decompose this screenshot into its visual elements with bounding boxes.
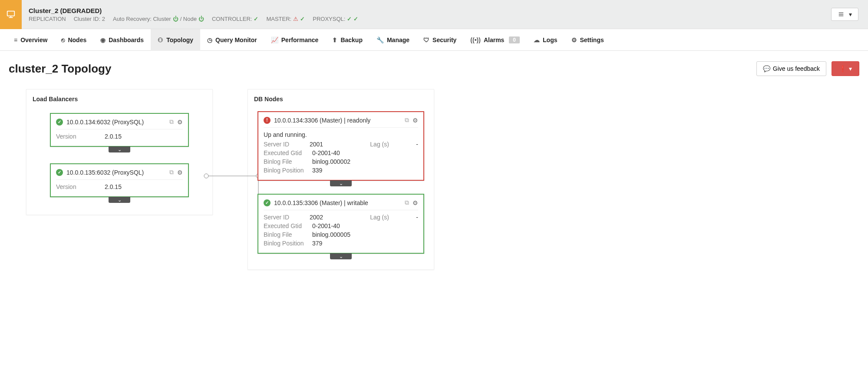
tab-dashboards[interactable]: ◉Dashboards	[93, 29, 151, 51]
expand-toggle[interactable]: ⌄	[109, 146, 130, 152]
load-balancers-panel: Load Balancers ✓ 10.0.0.134:6032 (ProxyS…	[26, 89, 213, 215]
node-head: ✓ 10.0.0.134:6032 (ProxySQL) ⧉ ⚙	[56, 118, 183, 129]
alert-dropdown-button[interactable]: ❗▾	[832, 61, 859, 76]
expand-toggle[interactable]: ⌄	[330, 180, 352, 186]
tab-topology[interactable]: ⚇Topology	[151, 29, 200, 51]
caret-down-icon: ▾	[849, 11, 852, 18]
tab-performance[interactable]: 📈Performance	[264, 29, 326, 51]
topology-canvas: Load Balancers ✓ 10.0.0.134:6032 (ProxyS…	[9, 89, 859, 270]
db-node-card: ! 10.0.0.134:3306 (Master) | readonly ⧉ …	[257, 111, 424, 181]
monitor-icon	[6, 10, 16, 19]
header-actions: ▾	[831, 8, 868, 21]
status-ok-icon: ✓	[56, 119, 63, 126]
external-link-icon[interactable]: ⧉	[169, 118, 174, 126]
chart-icon: 📈	[271, 36, 278, 43]
db-node-wrap: ! 10.0.0.134:3306 (Master) | readonly ⧉ …	[254, 108, 428, 190]
tab-manage[interactable]: 🔧Manage	[370, 29, 416, 51]
tab-backup[interactable]: ⬆Backup	[325, 29, 370, 51]
cluster-id: Cluster ID: 2	[74, 16, 105, 22]
external-link-icon[interactable]: ⧉	[405, 199, 409, 206]
version-label: Version	[56, 133, 99, 140]
version-value: 2.0.15	[105, 183, 122, 190]
master-status: MASTER: ⚠ ✓	[266, 16, 305, 22]
power-icon[interactable]: ⏻	[173, 16, 178, 22]
lb-node-wrap: ✓ 10.0.0.135:6032 (ProxySQL) ⧉ ⚙ Version…	[33, 158, 206, 209]
lb-title: Load Balancers	[33, 96, 206, 103]
status-ok-icon: ✓	[56, 169, 63, 176]
svg-rect-5	[839, 16, 844, 16]
page-title: cluster_2 Topology	[9, 62, 111, 76]
svg-rect-0	[7, 11, 15, 16]
node-body: Version 2.0.15	[56, 183, 183, 190]
status-message: Up and running.	[264, 131, 418, 138]
shield-icon: 🛡	[423, 36, 429, 43]
menu-icon: ≡	[14, 36, 17, 43]
tab-settings[interactable]: ⚙Settings	[564, 29, 611, 51]
external-link-icon[interactable]: ⧉	[169, 169, 174, 176]
node-body: Server ID2002 Lag (s)- Executed Gtid0-20…	[264, 214, 418, 247]
feedback-button[interactable]: 💬Give us feedback	[756, 61, 826, 76]
node-head: ✓ 10.0.0.135:6032 (ProxySQL) ⧉ ⚙	[56, 169, 183, 180]
header-meta: REPLICATION Cluster ID: 2 Auto Recovery:…	[29, 16, 824, 22]
cluster-type: REPLICATION	[29, 16, 66, 22]
version-label: Version	[56, 183, 99, 190]
expand-toggle[interactable]: ⌄	[330, 253, 352, 259]
tab-security[interactable]: 🛡Security	[416, 29, 463, 51]
proxysql-status: PROXYSQL: ✓ ✓	[313, 16, 358, 22]
node-title: 10.0.0.134:3306 (Master) | readonly	[274, 117, 401, 124]
page-header: cluster_2 Topology 💬Give us feedback ❗▾	[9, 61, 859, 76]
svg-rect-4	[839, 14, 844, 14]
db-title: DB Nodes	[254, 96, 428, 103]
node-title: 10.0.0.135:3306 (Master) | writable	[274, 199, 401, 206]
gear-icon: ⚙	[571, 36, 577, 43]
cluster-title: Cluster_2 (DEGRADED)	[29, 7, 824, 14]
cloud-icon: ☁	[534, 36, 540, 43]
nav-tabs: ≡Overview ⎋Nodes ◉Dashboards ⚇Topology ◷…	[0, 29, 868, 51]
chevron-down-icon: ⌄	[339, 181, 343, 186]
tab-query-monitor[interactable]: ◷Query Monitor	[200, 29, 264, 51]
node-body: Up and running. Server ID2001 Lag (s)- E…	[264, 131, 418, 174]
chevron-down-icon: ⌄	[118, 147, 122, 152]
node-head: ! 10.0.0.134:3306 (Master) | readonly ⧉ …	[264, 116, 418, 128]
gear-icon[interactable]: ⚙	[413, 117, 418, 124]
gear-icon[interactable]: ⚙	[177, 119, 183, 126]
check-icon: ✓	[254, 16, 258, 22]
auto-recovery: Auto Recovery: Cluster ⏻ / Node ⏻	[113, 16, 204, 22]
topology-icon: ⚇	[158, 36, 163, 43]
check-icon: ✓	[300, 16, 305, 22]
lb-node-card: ✓ 10.0.0.134:6032 (ProxySQL) ⧉ ⚙ Version…	[50, 113, 189, 147]
tab-overview[interactable]: ≡Overview	[7, 29, 54, 51]
alert-icon: ⚠	[293, 16, 298, 22]
controller-status: CONTROLLER: ✓	[212, 16, 258, 22]
tab-alarms[interactable]: ((•))Alarms0	[463, 29, 527, 51]
app-logo	[0, 0, 22, 29]
tab-nodes[interactable]: ⎋Nodes	[54, 29, 93, 51]
tab-logs[interactable]: ☁Logs	[527, 29, 564, 51]
node-title: 10.0.0.135:6032 (ProxySQL)	[66, 169, 166, 176]
wrench-icon: 🔧	[376, 36, 384, 43]
external-link-icon[interactable]: ⧉	[405, 116, 409, 124]
node-head: ✓ 10.0.0.135:3306 (Master) | writable ⧉ …	[264, 199, 418, 210]
alarms-badge: 0	[509, 36, 520, 43]
dashboard-icon: ◉	[100, 36, 106, 43]
db-node-wrap: ✓ 10.0.0.135:3306 (Master) | writable ⧉ …	[254, 190, 428, 263]
db-node-card: ✓ 10.0.0.135:3306 (Master) | writable ⧉ …	[257, 194, 424, 254]
db-nodes-panel: DB Nodes ! 10.0.0.134:3306 (Master) | re…	[248, 89, 434, 270]
check-icon: ✓	[353, 16, 358, 22]
cluster-header: Cluster_2 (DEGRADED) REPLICATION Cluster…	[0, 0, 868, 29]
gear-icon[interactable]: ⚙	[177, 169, 183, 176]
lb-node-wrap: ✓ 10.0.0.134:6032 (ProxySQL) ⧉ ⚙ Version…	[33, 108, 206, 158]
check-icon: ✓	[347, 16, 352, 22]
header-content: Cluster_2 (DEGRADED) REPLICATION Cluster…	[22, 3, 831, 26]
gear-icon[interactable]: ⚙	[413, 199, 418, 206]
expand-toggle[interactable]: ⌄	[109, 197, 130, 203]
status-error-icon: !	[264, 117, 271, 124]
node-body: Version 2.0.15	[56, 133, 183, 140]
power-icon[interactable]: ⏻	[198, 16, 204, 22]
lb-node-card: ✓ 10.0.0.135:6032 (ProxySQL) ⧉ ⚙ Version…	[50, 163, 189, 197]
menu-dropdown[interactable]: ▾	[831, 8, 858, 21]
chevron-down-icon: ⌄	[118, 197, 122, 203]
version-value: 2.0.15	[105, 133, 122, 140]
alert-icon: ❗	[839, 65, 846, 72]
chevron-down-icon: ⌄	[339, 254, 343, 259]
